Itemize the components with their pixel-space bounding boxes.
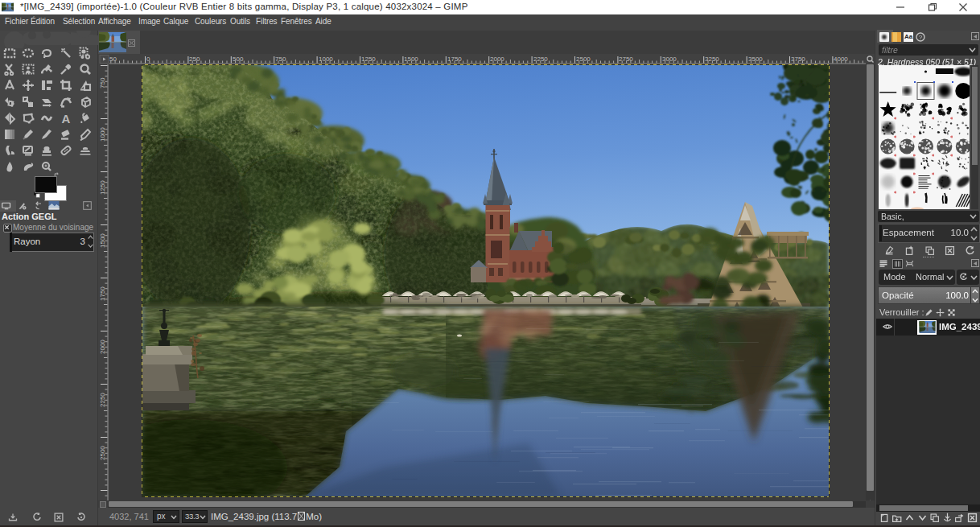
svg-text:?: ? — [919, 33, 923, 40]
